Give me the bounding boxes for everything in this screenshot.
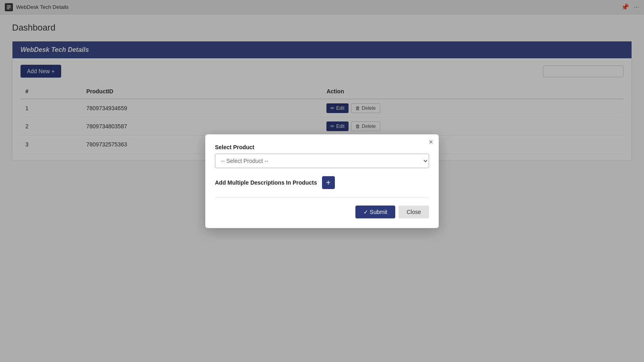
modal-footer: ✓ Submit Close [215,206,429,218]
add-multiple-row: Add Multiple Descriptions In Products + [215,176,429,189]
modal-overlay: × Select Product -- Select Product -- Ad… [0,0,644,362]
close-button[interactable]: Close [398,206,429,218]
modal: × Select Product -- Select Product -- Ad… [205,134,439,228]
submit-button[interactable]: ✓ Submit [355,206,395,218]
product-select[interactable]: -- Select Product -- [215,154,429,168]
add-multiple-button[interactable]: + [322,176,335,189]
modal-divider [215,197,429,197]
modal-close-button[interactable]: × [429,138,433,146]
select-product-label: Select Product [215,144,429,150]
add-multiple-label: Add Multiple Descriptions In Products [215,179,317,186]
